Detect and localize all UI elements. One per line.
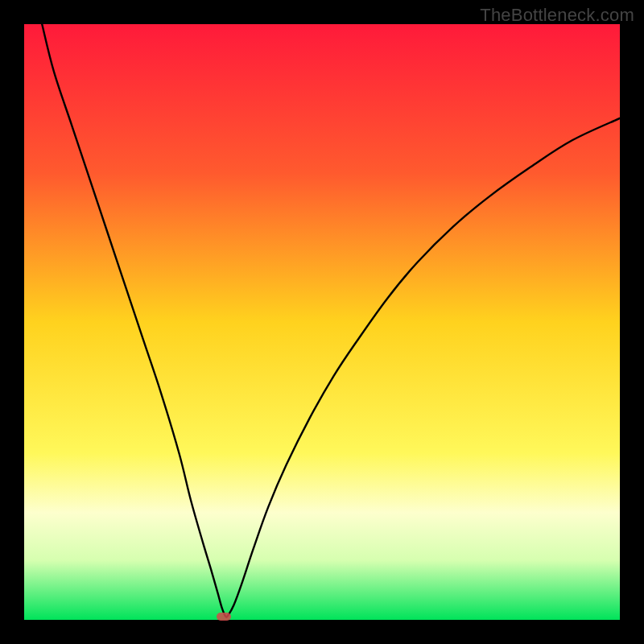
attribution-label: TheBottleneck.com	[480, 5, 634, 26]
plot-area	[24, 24, 620, 620]
chart-svg	[24, 24, 620, 620]
optimal-point-marker	[217, 613, 231, 621]
chart-frame: TheBottleneck.com	[0, 0, 644, 644]
gradient-background	[24, 24, 620, 620]
